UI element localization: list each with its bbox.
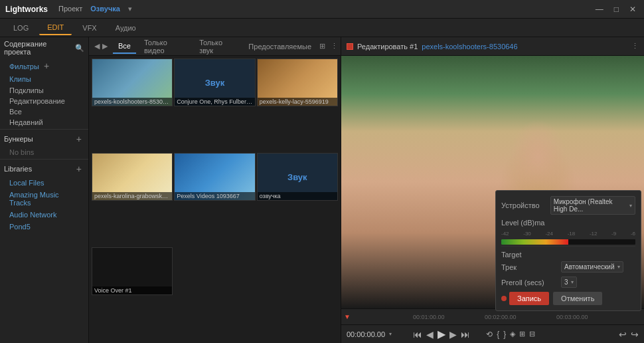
loop-btn[interactable]: ⟲ — [486, 330, 493, 339]
maximize-btn[interactable]: □ — [611, 5, 621, 14]
ruler-mark-1: 00:01:00.00 — [413, 314, 445, 320]
preview-file-link[interactable]: pexels-koolshooters-8530646 — [422, 43, 517, 51]
prev-frame-btn[interactable]: ◀ — [426, 329, 434, 340]
close-btn[interactable]: ✕ — [627, 5, 639, 14]
minimize-btn[interactable]: — — [593, 5, 606, 14]
edit-number-label: Редактировать #1 — [357, 43, 418, 51]
main-layout: Содержание проекта 🔍 Фильтры + Клипы Под… — [0, 37, 644, 343]
tab-audio-only[interactable]: Только звук — [194, 36, 240, 57]
sidebar-item-all[interactable]: Все — [0, 106, 88, 117]
no-bins-label: No bins — [0, 147, 88, 158]
insert-btn[interactable]: ⊞ — [519, 330, 525, 338]
clip-label-5: Pexels Videos 1093667 — [175, 192, 254, 200]
next-frame-btn[interactable]: ▶ — [449, 329, 457, 340]
level-label: Level (dB)ma — [501, 219, 561, 227]
clip-label-2: Conjure One, Rhys Fulber f... — [175, 98, 254, 106]
titlebar-menu: Проект Озвучка ▾ — [58, 5, 593, 13]
clip-thumb-7[interactable]: Voice Over #1 — [92, 247, 173, 295]
record-button[interactable]: Запись — [509, 292, 549, 305]
undo-btn[interactable]: ↩ — [619, 329, 627, 340]
tab-all[interactable]: Все — [113, 39, 136, 54]
preview-options-btn[interactable]: ⋮ — [631, 42, 639, 51]
nav-tab-audio[interactable]: Аудио — [108, 21, 144, 35]
meter-label-5: -12 — [590, 231, 598, 237]
svg-point-5 — [510, 67, 636, 182]
track-label: Трек — [501, 263, 561, 271]
clip-label-4: pexels-karolina-grabowska... — [92, 192, 172, 200]
nav-back-btn[interactable]: ◀ — [94, 42, 100, 51]
record-dot — [501, 296, 507, 301]
in-point-btn[interactable]: { — [497, 330, 499, 339]
menu-project[interactable]: Проект — [58, 5, 82, 13]
level-row: Level (dB)ma — [501, 219, 635, 227]
add-library-btn[interactable]: + — [74, 164, 84, 174]
browser-options-btn[interactable]: ⋮ — [331, 42, 338, 51]
sidebar-item-music-tracks[interactable]: Amazing Music Tracks — [0, 189, 88, 209]
svg-point-8 — [554, 146, 565, 155]
clip-label-3: pexels-kelly-lacy-5596919 — [258, 98, 337, 106]
clip-thumb-5[interactable]: Pexels Videos 1093667 — [174, 153, 255, 201]
nav-tab-log[interactable]: LOG — [5, 21, 37, 35]
device-label: Устройство — [501, 201, 550, 209]
clip-thumb-6[interactable]: Звук озвучка — [257, 153, 338, 201]
bins-section-header[interactable]: Бункеры + — [0, 131, 88, 147]
skip-start-btn[interactable]: ⏮ — [413, 329, 422, 340]
nav-tab-edit[interactable]: EDIT — [39, 21, 72, 35]
grid-view-btn[interactable]: ⊞ — [319, 42, 325, 51]
media-grid: pexels-koolshooters-8530646 Звук Conjure… — [89, 56, 341, 343]
cancel-button[interactable]: Отменить — [553, 292, 602, 305]
sidebar-item-local-files[interactable]: Local Files — [0, 177, 88, 189]
sidebar-item-audio-network[interactable]: Audio Network — [0, 209, 88, 221]
browser-tabs: ◀ ▶ Все Только видео Только звук Предост… — [89, 37, 341, 56]
ruler-mark-3: 00:03:00.00 — [556, 314, 588, 320]
play-btn[interactable]: ▶ — [438, 328, 445, 340]
preroll-select[interactable]: 3 ▾ — [561, 277, 577, 288]
nav-forward-btn[interactable]: ▶ — [102, 42, 108, 51]
sidebar-item-subclips[interactable]: Подклипы — [0, 85, 88, 96]
tab-provided[interactable]: Предоставляемые — [243, 40, 317, 53]
menu-project-name[interactable]: Озвучка — [90, 5, 120, 13]
ruler-mark-2: 00:02:00.00 — [485, 314, 517, 320]
clip-thumb-2[interactable]: Звук Conjure One, Rhys Fulber f... — [174, 58, 255, 106]
device-dropdown-arrow: ▾ — [629, 203, 632, 209]
meter-label-3: -24 — [545, 231, 553, 237]
sidebar-item-pond5[interactable]: Pond5 — [0, 221, 88, 233]
time-display: 00:00:00.00 — [347, 330, 385, 338]
meter-label-1: -42 — [501, 231, 509, 237]
record-popup: Устройство Микрофон (Realtek High De... … — [495, 190, 641, 311]
sidebar-item-recent[interactable]: Недавний — [0, 117, 88, 128]
target-header: Target — [501, 251, 635, 259]
record-buttons: Запись Отменить — [501, 292, 635, 305]
device-select[interactable]: Микрофон (Realtek High De... ▾ — [550, 196, 635, 215]
meter-fill — [501, 239, 568, 245]
clip-thumb-4[interactable]: pexels-karolina-grabowska... — [92, 153, 173, 201]
transport: 00:00:00.00 ▾ ⏮ ◀ ▶ ▶ ⏭ ⟲ { } ◈ ⊞ ⊟ ↩ ↪ — [341, 324, 644, 343]
clip-thumb-1[interactable]: pexels-koolshooters-8530646 — [92, 58, 173, 106]
overwrite-btn[interactable]: ⊟ — [529, 330, 535, 338]
meter-label-4: -18 — [568, 231, 576, 237]
time-dropdown-btn[interactable]: ▾ — [389, 331, 392, 337]
bins-section-label: Бункеры — [4, 135, 33, 143]
titlebar: Lightworks Проект Озвучка ▾ — □ ✕ — [0, 0, 644, 19]
libraries-section-header[interactable]: Libraries + — [0, 161, 88, 177]
playhead-time-marker: ▼ — [344, 313, 351, 320]
mark-btn[interactable]: ◈ — [510, 330, 515, 338]
edit-indicator — [347, 43, 353, 50]
divider-1 — [0, 129, 88, 130]
add-bin-btn[interactable]: + — [74, 134, 84, 144]
tab-video-only[interactable]: Только видео — [139, 36, 191, 57]
clip-thumb-3[interactable]: pexels-kelly-lacy-5596919 — [257, 58, 338, 106]
sidebar-item-editing[interactable]: Редактирование — [0, 96, 88, 106]
track-select[interactable]: Автоматический ▾ — [561, 261, 623, 273]
svg-point-9 — [581, 146, 592, 155]
search-icon[interactable]: 🔍 — [75, 44, 84, 53]
redo-btn[interactable]: ↪ — [631, 329, 639, 340]
nav-tab-vfx[interactable]: VFX — [74, 21, 104, 35]
sidebar-item-clips[interactable]: Клипы — [0, 73, 88, 85]
target-section: Target Трек Автоматический ▾ Preroll (se… — [501, 246, 635, 305]
content-section-header[interactable]: Содержание проекта 🔍 — [0, 37, 88, 58]
add-filters-btn[interactable]: + — [41, 60, 52, 71]
out-point-btn[interactable]: } — [503, 330, 506, 339]
skip-end-btn[interactable]: ⏭ — [461, 329, 470, 340]
sidebar-item-filters[interactable]: Фильтры + — [0, 58, 88, 73]
